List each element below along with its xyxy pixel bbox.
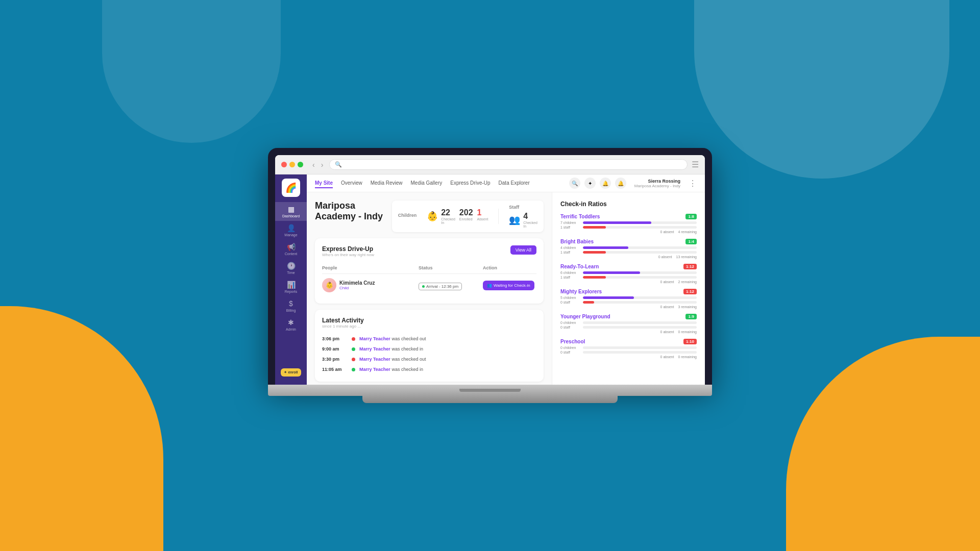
children-bar-row: 6 children bbox=[560, 271, 697, 274]
list-item: 3:06 pm Marry Teacher was checked out bbox=[322, 334, 536, 344]
more-options-button[interactable]: ⋮ bbox=[689, 179, 697, 188]
children-bar-label: 5 children bbox=[560, 296, 581, 299]
sidebar-item-label: Billing bbox=[286, 309, 296, 312]
notification-icon[interactable]: 🔔 bbox=[615, 178, 626, 189]
tab-my-site[interactable]: My Site bbox=[315, 179, 333, 188]
laptop-stand bbox=[362, 396, 618, 403]
checked-in-label: Checked In bbox=[441, 217, 455, 224]
ratio-classroom-name[interactable]: Younger Playground bbox=[560, 314, 610, 319]
absent-stat: 0 absent bbox=[660, 355, 674, 359]
sidebar-item-reports[interactable]: 📊 Reports bbox=[275, 278, 307, 296]
children-bar-track bbox=[583, 271, 697, 274]
activity-status-dot bbox=[352, 347, 355, 351]
children-enrolled-count: 202 bbox=[459, 208, 473, 217]
tab-overview[interactable]: Overview bbox=[341, 179, 362, 188]
ratio-badge: 1:8 bbox=[685, 214, 697, 219]
children-bar-fill bbox=[583, 221, 651, 224]
children-bar-track bbox=[583, 246, 697, 249]
activity-link[interactable]: Marry Teacher bbox=[359, 367, 390, 372]
absent-stat: 0 absent bbox=[660, 330, 674, 334]
express-drive-up-header: Express Drive-Up Who's on their way righ… bbox=[322, 245, 536, 257]
activity-time: 3:06 pm bbox=[322, 336, 348, 341]
app-logo[interactable]: 🌈 bbox=[282, 179, 300, 197]
tab-express-drive-up[interactable]: Express Drive-Up bbox=[450, 179, 490, 188]
ratio-item: Ready-To-Learn 1:12 6 children 1 staff 0… bbox=[560, 264, 697, 284]
activity-link[interactable]: Marry Teacher bbox=[359, 357, 390, 362]
ratio-classroom-name[interactable]: Terrific Toddlers bbox=[560, 214, 600, 219]
sidebar-item-dashboard[interactable]: ▦ Dashboard bbox=[275, 202, 307, 221]
children-bar-row: 0 children bbox=[560, 346, 697, 349]
sidebar-item-admin[interactable]: ✱ Admin bbox=[275, 315, 307, 334]
sidebar-item-time[interactable]: 🕐 Time bbox=[275, 259, 307, 278]
action-cell: 👥 Waiting for Check-in bbox=[483, 281, 534, 290]
manage-icon: 👤 bbox=[287, 224, 296, 232]
search-icon[interactable]: 🔍 bbox=[569, 178, 580, 189]
apps-icon[interactable]: ✦ bbox=[584, 178, 596, 189]
ratio-badge: 1:12 bbox=[683, 289, 697, 294]
enroll-button[interactable]: ✦ enroll bbox=[281, 368, 301, 377]
sidebar: 🌈 ▦ Dashboard 👤 Manage 📢 Content bbox=[275, 174, 307, 385]
browser-search-bar[interactable]: 🔍 bbox=[329, 159, 688, 170]
bg-shape-top-right bbox=[694, 0, 949, 179]
ratio-classroom-name[interactable]: Preschool bbox=[560, 339, 585, 344]
view-all-button[interactable]: View All bbox=[510, 245, 536, 255]
activity-time: 3:30 pm bbox=[322, 357, 348, 362]
activity-text: Marry Teacher was checked out bbox=[359, 336, 426, 341]
ratio-item: Younger Playground 1:9 0 children 0 staf… bbox=[560, 314, 697, 334]
close-button-icon[interactable] bbox=[281, 162, 287, 167]
express-drive-up-subtitle: Who's on their way right now bbox=[322, 253, 374, 257]
staff-bar-row: 1 staff bbox=[560, 251, 697, 254]
sidebar-item-billing[interactable]: $ Billing bbox=[275, 296, 307, 315]
activity-status-dot bbox=[352, 358, 355, 361]
browser-menu-icon[interactable]: ☰ bbox=[692, 160, 699, 169]
col-status-header: Status bbox=[419, 265, 483, 270]
forward-button[interactable]: › bbox=[319, 160, 326, 170]
page-title: Mariposa Academy - Indy bbox=[315, 201, 392, 222]
children-section-label: Children bbox=[398, 213, 417, 218]
activity-time: 11:05 am bbox=[322, 367, 348, 372]
children-checked-in-count: 22 bbox=[441, 208, 455, 217]
absent-stat: 0 absent bbox=[660, 305, 674, 309]
list-item: 11:05 am Marry Teacher was checked in bbox=[322, 364, 536, 374]
tab-media-review[interactable]: Media Review bbox=[371, 179, 403, 188]
staff-bar-track bbox=[583, 226, 697, 229]
remaining-stat: 13 remaining bbox=[676, 255, 697, 259]
absent-stat: 0 absent bbox=[660, 230, 674, 234]
fullscreen-button-icon[interactable] bbox=[298, 162, 303, 167]
staff-bar-track bbox=[583, 351, 697, 354]
tab-data-explorer[interactable]: Data Explorer bbox=[499, 179, 530, 188]
staff-bar-label: 0 staff bbox=[560, 300, 581, 304]
staff-bar-fill bbox=[583, 301, 594, 304]
dashboard-icon: ▦ bbox=[288, 205, 295, 213]
activity-status-dot bbox=[352, 337, 355, 341]
back-button[interactable]: ‹ bbox=[310, 160, 317, 170]
staff-bar-track bbox=[583, 301, 697, 304]
laptop-notch bbox=[459, 389, 521, 392]
staff-bar-label: 1 staff bbox=[560, 251, 581, 254]
laptop-bezel: ‹ › 🔍 ☰ 🌈 ▦ Dashboard bbox=[268, 148, 712, 385]
laptop-base bbox=[268, 385, 712, 396]
ratio-classroom-name[interactable]: Mighty Explorers bbox=[560, 289, 602, 294]
minimize-button-icon[interactable] bbox=[289, 162, 295, 167]
activity-list: 3:06 pm Marry Teacher was checked out 9:… bbox=[322, 334, 536, 374]
sidebar-bottom: ✦ enroll bbox=[275, 364, 307, 381]
bg-shape-top-left bbox=[102, 0, 281, 143]
table-header: People Status Action bbox=[322, 262, 536, 274]
sidebar-item-content[interactable]: 📢 Content bbox=[275, 240, 307, 259]
ratio-classroom-name[interactable]: Ready-To-Learn bbox=[560, 264, 599, 269]
staff-bar-track bbox=[583, 251, 697, 254]
sidebar-item-manage[interactable]: 👤 Manage bbox=[275, 221, 307, 240]
activity-link[interactable]: Marry Teacher bbox=[359, 346, 390, 352]
remaining-stat: 4 remaining bbox=[678, 230, 697, 234]
laptop-wrapper: ‹ › 🔍 ☰ 🌈 ▦ Dashboard bbox=[268, 148, 712, 403]
tab-media-gallery[interactable]: Media Gallery bbox=[411, 179, 443, 188]
bell-icon[interactable]: 🔔 bbox=[600, 178, 611, 189]
ratio-classroom-name[interactable]: Bright Babies bbox=[560, 239, 594, 244]
admin-icon: ✱ bbox=[288, 318, 294, 327]
waiting-checkin-button[interactable]: 👥 Waiting for Check-in bbox=[483, 281, 534, 290]
absent-stat: 0 absent bbox=[658, 255, 672, 259]
remaining-stat: 2 remaining bbox=[678, 280, 697, 284]
activity-link[interactable]: Marry Teacher bbox=[359, 336, 390, 341]
ratio-header: Bright Babies 1:4 bbox=[560, 239, 697, 244]
user-info: Sierra Rossing Mariposa Academy - Indy bbox=[634, 179, 680, 188]
